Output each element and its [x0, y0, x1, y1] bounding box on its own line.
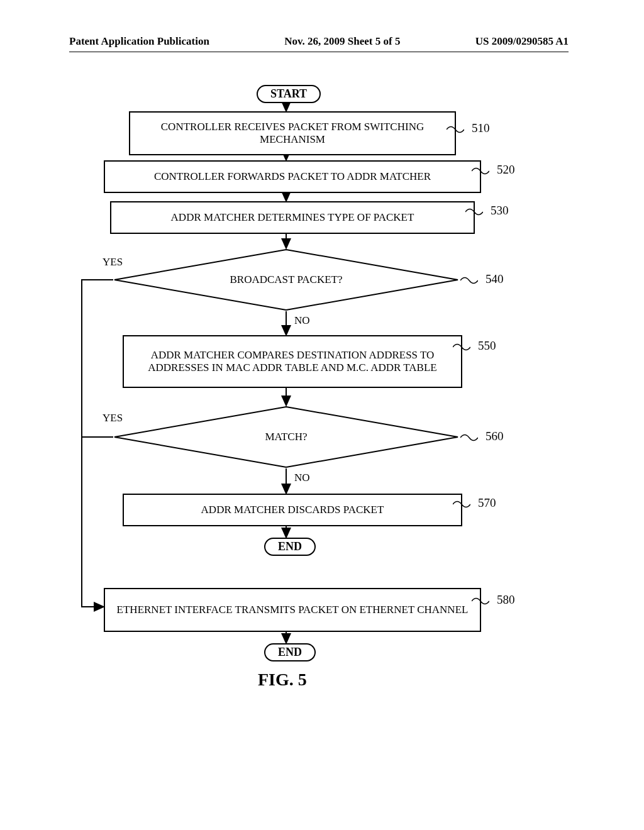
- header-right: US 2009/0290585 A1: [475, 35, 569, 48]
- decision-540-label: BROADCAST PACKET?: [113, 248, 459, 311]
- ref-570: 570: [478, 496, 496, 510]
- header-center: Nov. 26, 2009 Sheet 5 of 5: [284, 35, 400, 48]
- process-510: CONTROLLER RECEIVES PACKET FROM SWITCHIN…: [129, 111, 456, 155]
- process-520: CONTROLLER FORWARDS PACKET TO ADDR MATCH…: [104, 160, 481, 193]
- header-left: Patent Application Publication: [69, 35, 209, 48]
- ref-flag-icon: [472, 165, 489, 177]
- edge-no-540: NO: [294, 314, 310, 327]
- ref-flag-icon: [453, 341, 470, 353]
- ref-530: 530: [491, 204, 509, 218]
- ref-550: 550: [478, 339, 496, 353]
- ref-520: 520: [497, 163, 515, 177]
- edge-yes-560: YES: [103, 412, 123, 424]
- terminator-end-2: END: [264, 643, 316, 661]
- process-530: ADDR MATCHER DETERMINES TYPE OF PACKET: [110, 201, 475, 234]
- ref-540: 540: [486, 272, 504, 286]
- terminator-start: START: [257, 85, 321, 103]
- ref-flag-icon: [460, 275, 478, 286]
- process-550: ADDR MATCHER COMPARES DESTINATION ADDRES…: [123, 335, 462, 388]
- ref-flag-icon: [460, 432, 478, 443]
- decision-540: BROADCAST PACKET?: [113, 248, 459, 311]
- process-570: ADDR MATCHER DISCARDS PACKET: [123, 494, 462, 526]
- flowchart: START CONTROLLER RECEIVES PACKET FROM SW…: [69, 85, 585, 751]
- decision-560: MATCH?: [113, 406, 459, 468]
- ref-510: 510: [472, 121, 490, 135]
- page-header: Patent Application Publication Nov. 26, …: [69, 35, 569, 52]
- ref-580: 580: [497, 593, 515, 607]
- edge-no-560: NO: [294, 472, 310, 484]
- ref-flag-icon: [465, 206, 483, 218]
- decision-560-label: MATCH?: [113, 406, 459, 468]
- ref-flag-icon: [472, 595, 489, 607]
- terminator-end-1: END: [264, 538, 316, 556]
- figure-label: FIG. 5: [258, 670, 307, 690]
- process-580: ETHERNET INTERFACE TRANSMITS PACKET ON E…: [104, 588, 481, 632]
- ref-560: 560: [486, 429, 504, 443]
- ref-flag-icon: [447, 124, 464, 135]
- edge-yes-540: YES: [103, 256, 123, 268]
- ref-flag-icon: [453, 499, 470, 510]
